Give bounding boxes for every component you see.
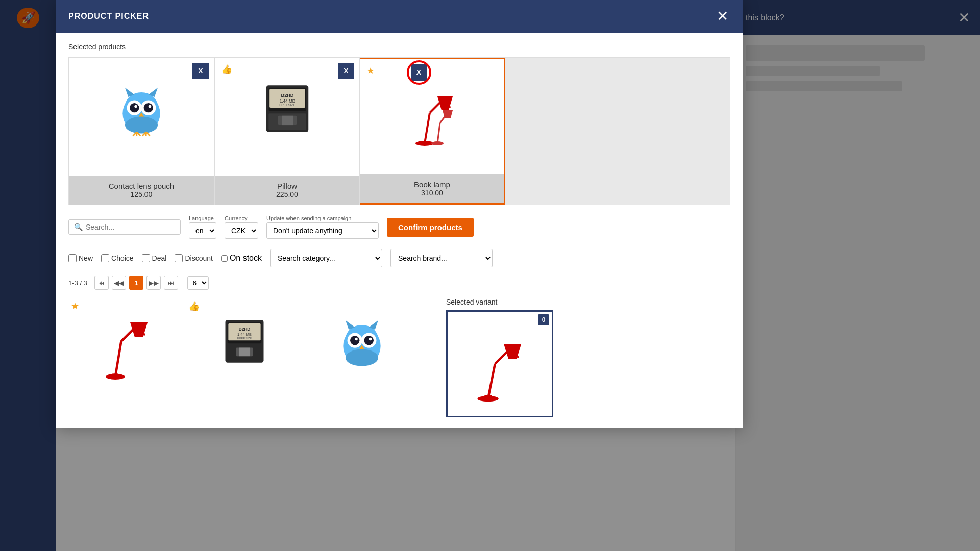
search-input[interactable] [86,223,175,231]
confirm-products-button[interactable]: Confirm products [387,218,474,237]
svg-point-58 [364,336,374,345]
svg-point-64 [346,349,378,366]
prev-page-button[interactable]: ◀◀ [112,276,126,290]
pillow-name: Pillow [219,182,355,190]
svg-text:FREESIZE: FREESIZE [237,337,252,340]
remove-book-lamp-button[interactable]: X [411,64,427,81]
search-box[interactable]: 🔍 [68,219,181,235]
svg-line-39 [115,341,121,377]
svg-text:B2HD: B2HD [281,93,293,98]
svg-point-8 [134,105,137,108]
pagination-info: 1-3 / 3 [68,279,87,287]
svg-point-59 [355,338,358,341]
modal-body: Selected products X [56,33,743,428]
svg-line-65 [488,364,495,399]
contact-lens-pouch-name: Contact lens pouch [73,182,210,190]
variant-count-badge: 0 [538,314,549,325]
new-filter-checkbox[interactable] [68,254,77,262]
modal-header: PRODUCT PICKER ✕ [56,0,743,33]
first-page-button[interactable]: ⏮ [94,276,109,290]
discount-filter-group: Discount [175,254,212,262]
update-select[interactable]: Don't update anything [266,222,379,239]
deal-filter-group: Deal [142,254,167,262]
product-grid-area: ★ [68,298,730,417]
on-stock-checkbox[interactable] [221,255,228,262]
contact-lens-pouch-info: Contact lens pouch 125.00 [69,176,214,205]
selected-products-row: X [68,57,730,205]
svg-line-35 [437,123,440,143]
svg-point-7 [144,103,153,112]
on-stock-label: On stock [230,254,262,263]
deal-filter-label: Deal [152,254,167,262]
book-lamp-star-icon: ★ [366,65,375,77]
svg-point-60 [369,338,372,341]
svg-point-57 [350,336,359,345]
currency-label: Currency [225,215,258,221]
grid-product-pillow[interactable]: 👍 B2HD 1.44 MB FREESIZE [186,298,303,417]
new-filter-group: New [68,254,93,262]
svg-text:1.44 MB: 1.44 MB [237,332,252,337]
choice-filter-checkbox[interactable] [101,254,109,262]
modal-overlay: PRODUCT PICKER ✕ Selected products X [0,0,980,551]
current-page: 1 [129,276,143,290]
contact-lens-pouch-price: 125.00 [73,190,210,198]
svg-rect-70 [484,395,492,400]
discount-filter-checkbox[interactable] [175,254,183,262]
svg-text:FREESIZE: FREESIZE [279,103,295,107]
book-lamp-price: 310.00 [364,189,500,197]
brand-select[interactable]: Search brand... [390,249,493,267]
modal-title: PRODUCT PICKER [68,12,149,21]
modal-close-button[interactable]: ✕ [715,9,730,23]
variant-image-box: 0 [446,310,553,417]
grid-product-owl-image [311,298,413,385]
product-card-contact-lens-pouch: X [69,58,214,205]
empty-card-area [505,58,730,205]
svg-line-29 [425,113,430,143]
currency-select[interactable]: CZK [225,222,258,239]
remove-pillow-button[interactable]: X [338,63,354,79]
update-label: Update when sending a campaign [266,215,379,221]
product-card-pillow: 👍 X B2HD 1.44 MB FREESIZE [214,58,360,205]
grid-product-star-icon: ★ [71,300,79,312]
product-card-book-lamp: ★ X [360,58,505,205]
selected-variant-section: Selected variant 0 [446,298,553,417]
svg-marker-32 [437,96,453,110]
svg-point-6 [130,103,139,112]
remove-contact-lens-pouch-button[interactable]: X [192,63,209,79]
filter-row: New Choice Deal Discount On stock [68,249,730,267]
grid-product-thumb-icon: 👍 [188,300,200,312]
new-filter-label: New [79,254,93,262]
grid-product-book-lamp[interactable]: ★ [68,298,186,417]
category-select[interactable]: Search category... [270,249,382,267]
book-lamp-image [360,64,504,166]
pagination-row: 1-3 / 3 ⏮ ◀◀ 1 ▶▶ ⏭ 6 [68,276,730,290]
pillow-thumb-icon: 👍 [221,64,232,75]
book-lamp-name: Book lamp [364,180,500,189]
grid-product-owl[interactable] [303,298,421,417]
choice-filter-group: Choice [101,254,134,262]
svg-rect-44 [112,373,118,378]
product-picker-modal: PRODUCT PICKER ✕ Selected products X [56,0,743,428]
pillow-info: Pillow 225.00 [215,176,359,205]
on-stock-group: On stock [221,254,262,263]
next-page-button[interactable]: ▶▶ [146,276,161,290]
currency-group: Currency CZK [225,215,258,239]
last-page-button[interactable]: ⏭ [164,276,178,290]
search-icon: 🔍 [74,223,83,231]
svg-point-13 [125,117,158,134]
language-select[interactable]: en [189,222,216,239]
selected-variant-label: Selected variant [446,298,553,306]
deal-filter-checkbox[interactable] [142,254,150,262]
language-label: Language [189,215,216,221]
grid-product-book-lamp-image [76,298,178,385]
book-lamp-info: Book lamp 310.00 [360,174,504,203]
discount-filter-label: Discount [185,254,212,262]
svg-rect-34 [422,141,427,145]
controls-row: 🔍 Language en Currency CZK [68,215,730,239]
svg-rect-52 [239,348,250,357]
per-page-select[interactable]: 6 [187,276,209,290]
choice-filter-label: Choice [111,254,134,262]
svg-text:B2HD: B2HD [239,327,251,332]
language-group: Language en [189,215,216,239]
product-grid: ★ [68,298,421,417]
